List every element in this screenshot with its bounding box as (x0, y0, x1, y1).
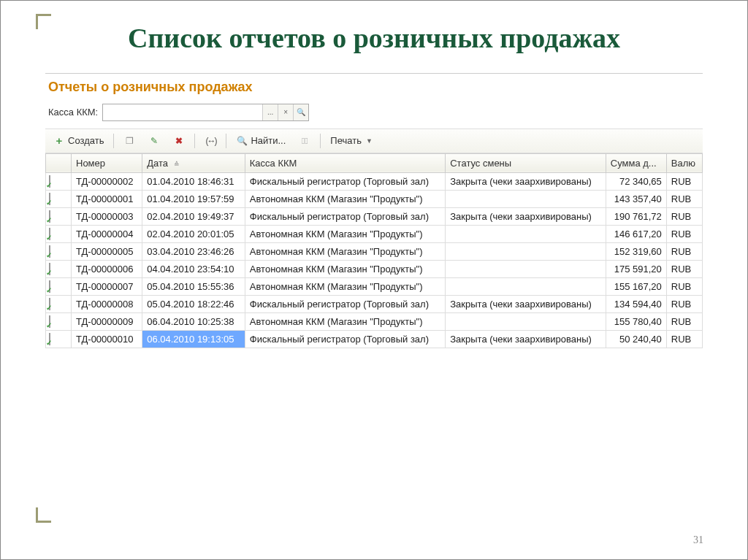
col-status[interactable]: Статус смены (446, 153, 606, 172)
cell-currency: RUB (666, 207, 702, 225)
filter-select-button[interactable]: ... (262, 104, 278, 120)
create-button[interactable]: + Создать (48, 132, 109, 150)
cell-kkm: Фискальный регистратор (Торговый зал) (245, 295, 445, 312)
cell-currency: RUB (666, 295, 702, 312)
edit-button[interactable]: ✎ (143, 132, 165, 150)
cell-currency: RUB (666, 330, 702, 348)
copy-icon: ❐ (123, 135, 135, 147)
interval-icon: (↔) (205, 135, 216, 147)
document-posted-icon (49, 315, 50, 328)
table-row[interactable]: ТД-0000000503.04.2010 23:46:26Автономная… (46, 242, 703, 260)
clear-find-button[interactable]: 🔍⃠ (294, 132, 316, 150)
filter-search-button[interactable]: 🔍 (293, 104, 308, 120)
cell-currency: RUB (666, 225, 702, 242)
filter-label: Касса ККМ: (48, 107, 98, 118)
cell-status (446, 242, 606, 260)
cell-kkm: Фискальный регистратор (Торговый зал) (245, 330, 445, 348)
table-row[interactable]: ТД-0000000101.04.2010 19:57:59Автономная… (46, 190, 703, 207)
cell-date: 02.04.2010 19:49:37 (142, 207, 245, 225)
toolbar-separator (226, 134, 226, 148)
row-status-icon-cell (46, 190, 72, 207)
cell-kkm: Автономная ККМ (Магазин "Продукты") (245, 312, 445, 330)
cell-date: 04.04.2010 23:54:10 (142, 260, 245, 277)
col-amount[interactable]: Сумма д... (606, 153, 666, 172)
document-posted-icon (49, 175, 50, 188)
cell-date: 05.04.2010 15:55:36 (142, 277, 245, 295)
cell-number: ТД-00000010 (72, 330, 142, 348)
cell-date: 01.04.2010 19:57:59 (142, 190, 245, 207)
cell-kkm: Фискальный регистратор (Торговый зал) (245, 207, 445, 225)
cell-date: 05.04.2010 18:22:46 (142, 295, 245, 312)
cell-status: Закрыта (чеки заархивированы) (446, 295, 606, 312)
create-label: Создать (68, 135, 104, 146)
clear-find-icon: 🔍⃠ (299, 135, 310, 147)
cell-amount: 190 761,72 (606, 207, 666, 225)
table-row[interactable]: ТД-0000001006.04.2010 19:13:05Фискальный… (46, 330, 703, 348)
cell-currency: RUB (666, 190, 702, 207)
col-currency[interactable]: Валю (666, 153, 702, 172)
cell-date: 02.04.2010 20:01:05 (142, 225, 245, 242)
window-title: Отчеты о розничных продажах (45, 74, 703, 102)
table-row[interactable]: ТД-0000000302.04.2010 19:49:37Фискальный… (46, 207, 703, 225)
app-window: Отчеты о розничных продажах Касса ККМ: .… (45, 73, 703, 348)
plus-icon: + (53, 135, 65, 147)
cell-amount: 146 617,20 (606, 225, 666, 242)
cell-currency: RUB (666, 312, 702, 330)
slide-page-number: 31 (693, 534, 703, 546)
delete-button[interactable]: ✖ (168, 132, 190, 150)
cell-number: ТД-00000001 (72, 190, 142, 207)
document-posted-icon (49, 245, 50, 258)
cell-currency: RUB (666, 277, 702, 295)
cell-kkm: Автономная ККМ (Магазин "Продукты") (245, 277, 445, 295)
col-kkm[interactable]: Касса ККМ (245, 153, 445, 172)
pencil-icon: ✎ (148, 135, 160, 147)
cell-status (446, 190, 606, 207)
cell-amount: 72 340,65 (606, 172, 666, 190)
cell-status: Закрыта (чеки заархивированы) (446, 207, 606, 225)
decorative-corner-tl (36, 14, 51, 29)
cell-amount: 143 357,40 (606, 190, 666, 207)
cell-kkm: Автономная ККМ (Магазин "Продукты") (245, 242, 445, 260)
filter-row: Касса ККМ: ... × 🔍 (45, 102, 703, 129)
filter-clear-button[interactable]: × (278, 104, 293, 120)
row-status-icon-cell (46, 312, 72, 330)
cell-status: Закрыта (чеки заархивированы) (446, 172, 606, 190)
col-date[interactable]: Дата ≙ (142, 153, 245, 172)
col-number[interactable]: Номер (72, 153, 142, 172)
find-button[interactable]: 🔍 Найти... (231, 132, 291, 150)
interval-button[interactable]: (↔) (199, 132, 221, 150)
print-button[interactable]: Печать ▼ (325, 132, 378, 149)
table-row[interactable]: ТД-0000000604.04.2010 23:54:10Автономная… (46, 260, 703, 277)
cell-kkm: Фискальный регистратор (Торговый зал) (245, 172, 445, 190)
toolbar-separator (113, 134, 114, 148)
cell-number: ТД-00000004 (72, 225, 142, 242)
filter-input-wrap: ... × 🔍 (102, 104, 309, 121)
table-row[interactable]: ТД-0000000805.04.2010 18:22:46Фискальный… (46, 295, 703, 312)
cell-status: Закрыта (чеки заархивированы) (446, 330, 606, 348)
col-date-label: Дата (147, 158, 168, 169)
delete-icon: ✖ (173, 135, 185, 147)
find-label: Найти... (251, 135, 286, 146)
document-posted-icon (49, 298, 50, 310)
cell-status (446, 312, 606, 330)
row-status-icon-cell (46, 225, 72, 242)
table-row[interactable]: ТД-0000000402.04.2010 20:01:05Автономная… (46, 225, 703, 242)
col-icon[interactable] (46, 153, 72, 172)
slide-title: Список отчетов о розничных продажах (37, 23, 711, 55)
document-posted-icon (49, 333, 50, 345)
document-posted-icon (49, 280, 50, 293)
table-row[interactable]: ТД-0000000705.04.2010 15:55:36Автономная… (46, 277, 703, 295)
cell-amount: 175 591,20 (606, 260, 666, 277)
table-row[interactable]: ТД-0000000906.04.2010 10:25:38Автономная… (46, 312, 703, 330)
row-status-icon-cell (46, 295, 72, 312)
cell-amount: 155 167,20 (606, 277, 666, 295)
cell-date: 06.04.2010 10:25:38 (142, 312, 245, 330)
sort-indicator-icon: ≙ (174, 161, 180, 168)
row-status-icon-cell (46, 330, 72, 348)
copy-button[interactable]: ❐ (118, 132, 140, 150)
kkm-filter-input[interactable] (103, 104, 262, 120)
row-status-icon-cell (46, 242, 72, 260)
cell-number: ТД-00000007 (72, 277, 142, 295)
cell-date: 03.04.2010 23:46:26 (142, 242, 245, 260)
table-row[interactable]: ТД-0000000201.04.2010 18:46:31Фискальный… (46, 172, 703, 190)
